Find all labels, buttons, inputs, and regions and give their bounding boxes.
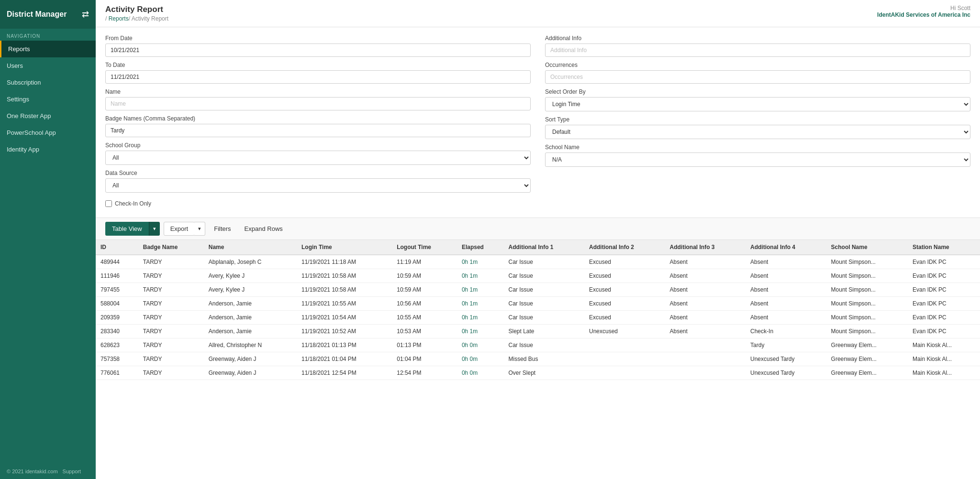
breadcrumb-current: Activity Report — [132, 15, 168, 22]
table-row[interactable]: 797455TARDYAvery, Kylee J11/19/2021 10:5… — [96, 283, 980, 297]
breadcrumb-reports-link[interactable]: Reports — [109, 15, 129, 22]
school-name-select[interactable]: N/A — [545, 152, 970, 167]
table-cell: 01:04 PM — [392, 352, 457, 366]
sidebar-header: District Manager ⇄ — [0, 0, 96, 29]
table-cell: Greenway Elem... — [826, 338, 908, 352]
export-dropdown-button[interactable]: ▾ — [194, 222, 205, 236]
occurrences-input[interactable] — [545, 70, 970, 84]
sidebar-item-subscription[interactable]: Subscription — [0, 74, 96, 91]
table-cell: Excused — [584, 297, 665, 311]
table-cell: 0h 1m — [457, 311, 504, 325]
table-cell: Evan IDK PC — [908, 269, 980, 283]
table-cell — [584, 338, 665, 352]
page-title: Activity Report — [105, 5, 168, 14]
filters-button[interactable]: Filters — [209, 222, 235, 235]
additional-info-input[interactable] — [545, 44, 970, 57]
table-cell: Absent — [746, 283, 826, 297]
table-row[interactable]: 111946TARDYAvery, Kylee J11/19/2021 10:5… — [96, 269, 980, 283]
table-col-header: Elapsed — [457, 240, 504, 255]
table-cell — [665, 366, 746, 380]
table-cell: Anderson, Jamie — [204, 297, 297, 311]
table-cell: TARDY — [138, 352, 204, 366]
table-cell: Check-In — [746, 325, 826, 338]
table-row[interactable]: 776061TARDYGreenway, Aiden J11/18/2021 1… — [96, 366, 980, 380]
table-cell: 11/18/2021 01:13 PM — [297, 338, 392, 352]
table-row[interactable]: 209359TARDYAnderson, Jamie11/19/2021 10:… — [96, 311, 980, 325]
table-cell: TARDY — [138, 325, 204, 338]
table-view-dropdown-button[interactable]: ▾ — [149, 222, 160, 236]
breadcrumb: / Reports/ Activity Report — [105, 15, 168, 22]
table-cell: Missed Bus — [503, 352, 584, 366]
table-cell: Avery, Kylee J — [204, 283, 297, 297]
badge-names-input[interactable] — [105, 124, 531, 137]
sidebar-toggle-icon[interactable]: ⇄ — [82, 9, 89, 20]
sidebar-footer: © 2021 identakid.com Support — [0, 464, 96, 479]
table-cell: Abplanalp, Joseph C — [204, 255, 297, 269]
table-cell — [584, 366, 665, 380]
table-cell: 11/19/2021 10:58 AM — [297, 283, 392, 297]
sidebar-item-identity-app[interactable]: Identity App — [0, 141, 96, 158]
expand-rows-button[interactable]: Expand Rows — [240, 222, 288, 235]
from-date-input[interactable] — [105, 44, 531, 57]
school-group-select[interactable]: All — [105, 151, 531, 165]
table-cell: TARDY — [138, 283, 204, 297]
table-cell: Absent — [665, 283, 746, 297]
table-cell: 10:59 AM — [392, 269, 457, 283]
table-cell: Mount Simpson... — [826, 325, 908, 338]
sidebar-item-users[interactable]: Users — [0, 57, 96, 74]
table-row[interactable]: 757358TARDYGreenway, Aiden J11/18/2021 0… — [96, 352, 980, 366]
table-cell: 283340 — [96, 325, 138, 338]
filter-school-group-row: School Group All — [105, 142, 531, 165]
table-cell: 0h 0m — [457, 352, 504, 366]
sidebar-item-reports[interactable]: Reports — [0, 41, 96, 57]
table-col-header: School Name — [826, 240, 908, 255]
sidebar-item-one-roster-app[interactable]: One Roster App — [0, 108, 96, 124]
table-cell: Absent — [746, 311, 826, 325]
table-cell: Car Issue — [503, 283, 584, 297]
table-cell: 11/19/2021 10:58 AM — [297, 269, 392, 283]
data-source-label: Data Source — [105, 170, 531, 176]
sidebar-item-settings[interactable]: Settings — [0, 91, 96, 108]
table-view-button[interactable]: Table View — [105, 222, 149, 236]
table-cell: Anderson, Jamie — [204, 325, 297, 338]
table-cell: Evan IDK PC — [908, 255, 980, 269]
table-cell: 11/18/2021 01:04 PM — [297, 352, 392, 366]
sidebar-item-powerschool-app[interactable]: PowerSchool App — [0, 124, 96, 141]
table-cell: Car Issue — [503, 255, 584, 269]
table-col-header: Additional Info 1 — [503, 240, 584, 255]
table-cell: 0h 1m — [457, 297, 504, 311]
table-cell: Car Issue — [503, 269, 584, 283]
to-date-input[interactable] — [105, 70, 531, 84]
table-cell: 10:56 AM — [392, 297, 457, 311]
to-date-label: To Date — [105, 62, 531, 68]
table-cell — [584, 352, 665, 366]
sidebar-copyright: © 2021 identakid.com — [7, 468, 58, 474]
table-row[interactable]: 283340TARDYAnderson, Jamie11/19/2021 10:… — [96, 325, 980, 338]
table-cell: Unexcused — [584, 325, 665, 338]
order-by-select[interactable]: Login Time — [545, 97, 970, 111]
table-row[interactable]: 628623TARDYAllred, Christopher N11/18/20… — [96, 338, 980, 352]
sidebar-support-link[interactable]: Support — [63, 468, 81, 474]
from-date-label: From Date — [105, 35, 531, 42]
table-row[interactable]: 588004TARDYAnderson, Jamie11/19/2021 10:… — [96, 297, 980, 311]
table-col-header: Badge Name — [138, 240, 204, 255]
name-input[interactable] — [105, 97, 531, 110]
table-cell: Absent — [665, 297, 746, 311]
additional-info-label: Additional Info — [545, 35, 970, 42]
breadcrumb-separator1: / — [105, 15, 109, 22]
table-cell: Greenway, Aiden J — [204, 352, 297, 366]
table-cell: Main Kiosk Al... — [908, 352, 980, 366]
filter-left-col: From Date To Date Name Badge Names (Comm… — [105, 35, 531, 210]
filter-grid: From Date To Date Name Badge Names (Comm… — [105, 35, 970, 210]
sort-type-select[interactable]: Default — [545, 125, 970, 139]
check-in-only-checkbox[interactable] — [105, 200, 112, 207]
export-button[interactable]: Export — [164, 222, 195, 236]
filter-additional-info-row: Additional Info — [545, 35, 970, 57]
data-source-select[interactable]: All — [105, 178, 531, 193]
filter-school-name-row: School Name N/A — [545, 144, 970, 167]
table-row[interactable]: 489944TARDYAbplanalp, Joseph C11/19/2021… — [96, 255, 980, 269]
activity-table: IDBadge NameNameLogin TimeLogout TimeEla… — [96, 240, 980, 380]
table-cell: 489944 — [96, 255, 138, 269]
school-name-label: School Name — [545, 144, 970, 151]
table-col-header: Additional Info 3 — [665, 240, 746, 255]
